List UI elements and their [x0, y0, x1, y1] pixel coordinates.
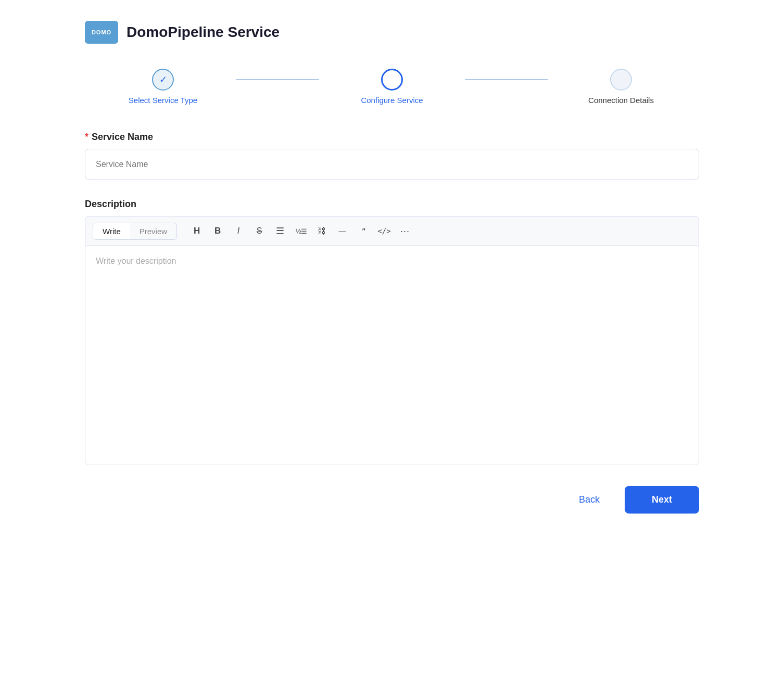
toolbar-italic-btn[interactable]: I [229, 222, 248, 240]
toolbar-heading-btn[interactable]: H [187, 222, 206, 240]
toolbar-more-btn[interactable]: ··· [396, 222, 414, 240]
check-icon: ✓ [159, 74, 167, 85]
step-2-circle [381, 69, 403, 91]
toolbar-strikethrough-btn[interactable]: S [250, 222, 269, 240]
step-3-label: Connection Details [588, 96, 654, 105]
stepper: ✓ Select Service Type Configure Service … [85, 69, 699, 105]
description-editor: Write Preview H B I S ☰ ½☰ ⛓ — " </> ···… [85, 216, 699, 465]
toolbar-ordered-list-btn[interactable]: ½☰ [292, 222, 310, 240]
step-1-label: Select Service Type [129, 96, 197, 105]
step-2: Configure Service [319, 69, 465, 105]
tab-preview[interactable]: Preview [130, 223, 176, 239]
toolbar-code-btn[interactable]: </> [375, 222, 394, 240]
toolbar-hr-btn[interactable]: — [333, 222, 352, 240]
editor-tabs: Write Preview [93, 223, 177, 240]
toolbar-link-btn[interactable]: ⛓ [312, 222, 331, 240]
description-label: Description [85, 199, 699, 210]
editor-body[interactable]: Write your description [85, 246, 699, 465]
stepper-connector-2 [465, 79, 548, 80]
app-header: DOMO DomoPipeline Service [85, 21, 699, 44]
toolbar-quote-btn[interactable]: " [354, 222, 373, 240]
step-1-circle: ✓ [152, 69, 174, 91]
service-name-input[interactable] [85, 149, 699, 180]
step-1: ✓ Select Service Type [90, 69, 236, 105]
step-2-label: Configure Service [361, 96, 423, 105]
form-footer: Back Next [85, 486, 699, 514]
editor-placeholder: Write your description [96, 257, 176, 265]
step-3: Connection Details [548, 69, 694, 105]
app-title: DomoPipeline Service [127, 24, 280, 41]
stepper-connector-1 [236, 79, 319, 80]
editor-toolbar: Write Preview H B I S ☰ ½☰ ⛓ — " </> ··· [85, 216, 699, 246]
toolbar-unordered-list-btn[interactable]: ☰ [271, 222, 289, 240]
back-button[interactable]: Back [564, 487, 614, 512]
toolbar-bold-btn[interactable]: B [208, 222, 227, 240]
required-indicator: * [85, 132, 88, 143]
app-logo: DOMO [85, 21, 118, 44]
tab-write[interactable]: Write [93, 223, 130, 239]
service-name-label: * Service Name [85, 132, 699, 143]
description-section: Description Write Preview H B I S ☰ ½☰ ⛓… [85, 199, 699, 465]
step-3-circle [610, 69, 632, 91]
next-button[interactable]: Next [625, 486, 699, 514]
service-name-section: * Service Name [85, 132, 699, 180]
